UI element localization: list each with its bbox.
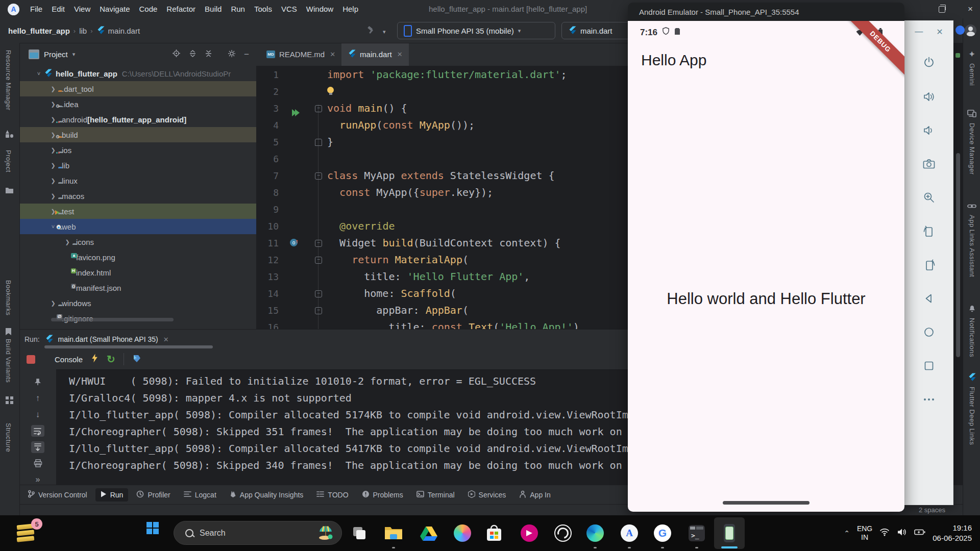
hot-restart-icon[interactable]: ↻ <box>107 353 115 365</box>
tree-item-web[interactable]: ˅web <box>19 219 256 234</box>
horizontal-scrollbar[interactable] <box>51 318 174 321</box>
scroll-down-icon[interactable]: ↓ <box>31 409 44 420</box>
emulator-title-bar[interactable]: Android Emulator - Small_Phone_API_35:55… <box>628 3 904 21</box>
project-tool-window-selector[interactable]: Project ▾ <box>29 49 75 59</box>
breadcrumb-item-lib[interactable]: lib <box>79 27 87 35</box>
tool-window-button-services[interactable]: Services <box>463 488 511 502</box>
fold-marker[interactable]: − <box>315 257 322 264</box>
tool-window-button-version-control[interactable]: Version Control <box>22 487 92 502</box>
chevron-down-icon[interactable]: ▾ <box>383 29 386 35</box>
intention-bulb-icon[interactable] <box>327 87 334 93</box>
fold-marker[interactable]: − <box>315 172 322 180</box>
emulator-screen[interactable]: 7:16 DEBUG Hello App Hello world and Hel… <box>628 21 904 512</box>
clock[interactable]: 19:1606-06-2025 <box>933 523 972 543</box>
tree-item-dart_tool[interactable]: ❯.dart_tool <box>19 81 256 96</box>
inspection-ok-icon[interactable] <box>955 53 960 58</box>
tool-window-button-terminal[interactable]: Terminal <box>411 488 460 502</box>
emulator-volume-down-button[interactable] <box>922 113 936 147</box>
search-box[interactable]: Search <box>174 521 342 545</box>
tool-window-button-problems[interactable]: Problems <box>357 488 408 502</box>
menu-vcs[interactable]: VCS <box>277 0 302 18</box>
taskbar-app-clipchamp[interactable] <box>517 520 542 546</box>
stop-button[interactable] <box>27 355 35 364</box>
print-icon[interactable] <box>31 458 44 469</box>
tree-item-root[interactable]: ˅hello_flutter_appC:\Users\DELL\AndroidS… <box>19 66 256 81</box>
run-tab-label[interactable]: main.dart (Small Phone API 35) <box>58 335 158 343</box>
tool-window-button-run[interactable]: Run <box>95 488 129 502</box>
emulator-power-button[interactable] <box>922 46 936 80</box>
scroll-to-end-icon[interactable] <box>31 441 44 453</box>
menu-build[interactable]: Build <box>200 0 226 18</box>
fold-marker[interactable]: − <box>315 105 322 112</box>
tool-window-button-app-quality-insights[interactable]: App Quality Insights <box>225 488 309 502</box>
sidebar-item-bookmarks[interactable]: Bookmarks <box>5 280 12 316</box>
taskbar-app-terminal[interactable]: >_ <box>684 520 709 546</box>
emulator-volume-up-button[interactable] <box>922 80 936 113</box>
taskbar-app-taskview[interactable] <box>347 520 372 546</box>
notification-app-icon[interactable]: 5 <box>17 521 39 545</box>
sidebar-item-notifications[interactable]: Notifications <box>963 304 980 357</box>
taskbar-app-emulator[interactable] <box>717 520 742 546</box>
language-indicator[interactable]: ENGIN <box>857 524 872 542</box>
tree-item-test[interactable]: ❯test <box>19 204 256 219</box>
tree-item-windows[interactable]: ❯windows <box>19 295 256 311</box>
tab-main.dart[interactable]: main.dart✕ <box>341 43 408 66</box>
minimize-icon[interactable]: — <box>915 27 923 37</box>
bookmark-icon[interactable] <box>5 328 14 337</box>
tree-item-index.html[interactable]: Hindex.html <box>19 265 256 280</box>
tab-console[interactable]: Console <box>55 355 83 364</box>
emulator-back-button[interactable] <box>922 282 936 315</box>
menu-file[interactable]: File <box>26 0 47 18</box>
breadcrumb-item-hello_flutter_app[interactable]: hello_flutter_app <box>8 27 70 35</box>
code-with-me-icon[interactable] <box>955 26 965 35</box>
emulator-camera-button[interactable] <box>922 147 936 181</box>
tree-item-idea[interactable]: ❯⚙.idea <box>19 96 256 112</box>
tool-window-button-logcat[interactable]: Logcat <box>179 488 222 502</box>
hide-panel-icon[interactable]: − <box>244 49 249 60</box>
collapse-all-icon[interactable] <box>205 49 212 60</box>
breadcrumb-item-main.dart[interactable]: main.dart <box>108 27 140 35</box>
breadcrumb[interactable]: hello_flutter_app›lib›main.dart <box>8 18 140 43</box>
close-tab-icon[interactable]: ✕ <box>397 51 403 58</box>
emulator-home-button[interactable] <box>922 315 936 349</box>
menu-tools[interactable]: Tools <box>250 0 277 18</box>
menu-edit[interactable]: Edit <box>47 0 69 18</box>
vertical-scrollbar[interactable] <box>956 153 960 357</box>
tray-chevron-up-icon[interactable]: ⌃ <box>844 529 850 537</box>
tree-item-linux[interactable]: ❯linux <box>19 173 256 188</box>
scroll-up-icon[interactable]: ↑ <box>31 393 44 405</box>
tool-window-button-todo[interactable]: TODO <box>311 488 353 502</box>
variants-icon[interactable] <box>5 396 14 405</box>
menu-run[interactable]: Run <box>226 0 250 18</box>
fold-marker[interactable]: − <box>315 240 322 247</box>
emulator-zoom-in-button[interactable] <box>922 181 936 214</box>
sidebar-item-device-manager[interactable]: Device Manager <box>963 109 980 175</box>
emulator-rotate-left-button[interactable] <box>922 214 936 248</box>
sidebar-item-resource-manager[interactable]: Resource Manager <box>5 50 12 111</box>
tab-README.md[interactable]: MDREADME.md✕ <box>260 43 341 66</box>
tree-item-favicon.png[interactable]: ▲favicon.png <box>19 249 256 265</box>
sidebar-item-project[interactable]: Project <box>5 150 12 172</box>
taskbar-app-obs[interactable] <box>551 520 575 546</box>
start-button[interactable] <box>146 522 159 534</box>
menu-refactor[interactable]: Refactor <box>162 0 200 18</box>
gesture-pill[interactable] <box>723 501 810 505</box>
expand-all-icon[interactable] <box>189 49 197 60</box>
menu-window[interactable]: Window <box>302 0 338 18</box>
emulator-rotate-right-button[interactable] <box>922 248 936 282</box>
tree-item-macos[interactable]: ❯macos <box>19 188 256 204</box>
indent-status[interactable]: 2 spaces <box>919 506 945 514</box>
menu-help[interactable]: Help <box>338 0 363 18</box>
build-hammer-icon[interactable] <box>366 26 376 37</box>
taskbar-app-explorer[interactable] <box>381 520 406 546</box>
fold-end-marker[interactable] <box>315 139 322 146</box>
taskbar-app-copilot[interactable] <box>450 520 475 546</box>
tree-item-android[interactable]: ❯android [hello_flutter_app_android] <box>19 112 256 127</box>
emulator-overview-button[interactable] <box>922 349 936 383</box>
close-window-icon[interactable]: × <box>968 4 973 14</box>
close-run-tab-icon[interactable]: ✕ <box>163 336 169 343</box>
menu-navigate[interactable]: Navigate <box>95 0 134 18</box>
menu-view[interactable]: View <box>69 0 95 18</box>
volume-tray-icon[interactable] <box>897 528 907 538</box>
sidebar-item-build-variants[interactable]: Build Variants <box>5 339 12 383</box>
